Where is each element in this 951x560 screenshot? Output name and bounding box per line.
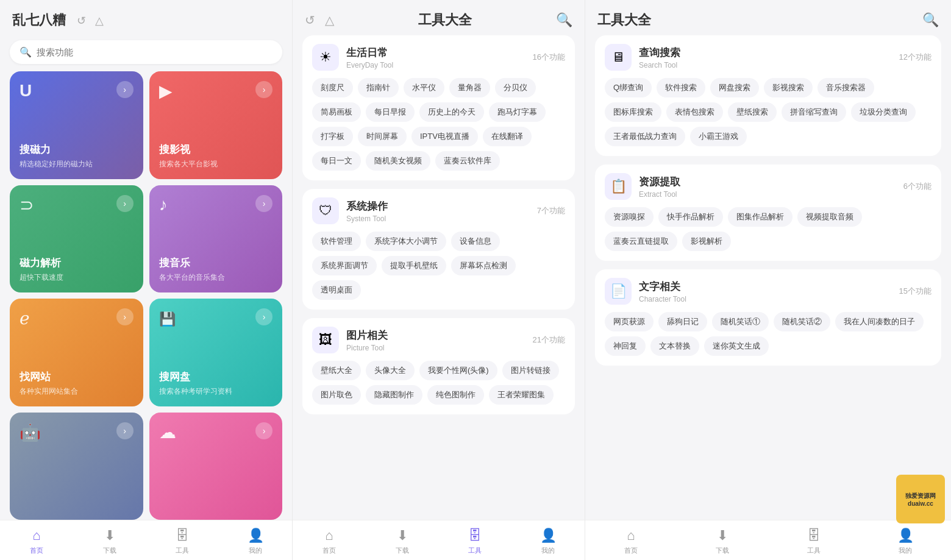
mid-search-btn[interactable]: 🔍 <box>556 12 572 28</box>
mid-panel: ↺ △ 工具大全 🔍 ☀ 生活日常 EveryDay Tool 16个功能 刻度… <box>293 0 585 560</box>
card-cloud[interactable]: ☁ › <box>149 413 283 520</box>
nav-item-我的[interactable]: 👤 我的 <box>219 525 292 558</box>
tool-tags-search: Q绑查询软件搜索网盘搜索影视搜索音乐搜索器图标库搜索表情包搜索壁纸搜索拼音缩写查… <box>605 78 931 146</box>
mid-refresh-icon[interactable]: ↺ <box>305 13 315 27</box>
tag-蓝奏云直链提取[interactable]: 蓝奏云直链提取 <box>605 232 677 251</box>
nav-item-首页[interactable]: ⌂ 首页 <box>585 525 677 558</box>
tag-王者荣耀图集[interactable]: 王者荣耀图集 <box>489 385 554 405</box>
tag-纯色图制作[interactable]: 纯色图制作 <box>427 385 484 405</box>
tag-垃圾分类查询[interactable]: 垃圾分类查询 <box>851 102 916 122</box>
tag-Q绑查询[interactable]: Q绑查询 <box>605 78 652 97</box>
tag-打字板[interactable]: 打字板 <box>312 127 353 146</box>
tag-软件搜索[interactable]: 软件搜索 <box>657 78 705 97</box>
tag-网盘搜索[interactable]: 网盘搜索 <box>710 78 759 97</box>
tag-壁纸搜索[interactable]: 壁纸搜索 <box>728 102 777 122</box>
tag-提取手机壁纸[interactable]: 提取手机壁纸 <box>382 256 446 275</box>
tag-软件管理[interactable]: 软件管理 <box>312 232 361 251</box>
card-netdisk[interactable]: 💾 › 搜网盘 搜索各种考研学习资料 <box>149 299 283 406</box>
section-title-extract: 资源提取 <box>639 175 680 189</box>
nav-label-工具: 工具 <box>468 546 482 555</box>
section-title-picture: 图片相关 <box>346 328 388 342</box>
tag-简易画板[interactable]: 简易画板 <box>312 102 361 122</box>
tag-壁纸大全[interactable]: 壁纸大全 <box>312 361 361 380</box>
card-soci[interactable]: U › 搜磁力 精选稳定好用的磁力站 <box>10 71 143 179</box>
nav-item-我的[interactable]: 👤 我的 <box>860 525 951 558</box>
tag-跑马灯字幕[interactable]: 跑马灯字幕 <box>489 102 546 122</box>
card-smusic[interactable]: ♪ › 搜音乐 各大平台的音乐集合 <box>149 185 283 293</box>
card-subtitle-svideo: 搜索各大平台影视 <box>159 159 273 169</box>
tag-快手作品解析[interactable]: 快手作品解析 <box>658 207 723 227</box>
tag-我要个性网(头像)[interactable]: 我要个性网(头像) <box>419 361 497 380</box>
tag-每日早报[interactable]: 每日早报 <box>366 102 415 122</box>
tag-小霸王游戏[interactable]: 小霸王游戏 <box>690 127 747 146</box>
section-subtitle-system: System Tool <box>346 214 388 223</box>
mid-alert-icon[interactable]: △ <box>325 13 334 27</box>
nav-item-下载[interactable]: ⬇ 下载 <box>366 525 439 558</box>
tag-音乐搜索器[interactable]: 音乐搜索器 <box>817 78 874 97</box>
tag-水平仪[interactable]: 水平仪 <box>404 78 444 97</box>
tag-屏幕坏点检测[interactable]: 屏幕坏点检测 <box>451 256 516 275</box>
tag-舔狗日记[interactable]: 舔狗日记 <box>658 312 707 331</box>
tool-tags-system: 软件管理系统字体大小调节设备信息系统界面调节提取手机壁纸屏幕坏点检测透明桌面 <box>312 232 565 300</box>
card-android[interactable]: 🤖 › <box>10 413 143 520</box>
tag-影视解析[interactable]: 影视解析 <box>682 232 731 251</box>
card-web[interactable]: ℯ › 找网站 各种实用网站集合 <box>10 299 143 406</box>
nav-item-工具[interactable]: 🗄 工具 <box>146 525 219 558</box>
nav-item-首页[interactable]: ⌂ 首页 <box>0 525 73 558</box>
card-title-smusic: 搜音乐 <box>159 256 273 270</box>
mid-bottom-nav: ⌂ 首页 ⬇ 下载 🗄 工具 👤 我的 <box>293 520 585 560</box>
card-icon-soci: U <box>20 81 32 101</box>
tag-每日一文[interactable]: 每日一文 <box>312 151 361 171</box>
tag-时间屏幕[interactable]: 时间屏幕 <box>358 127 407 146</box>
tag-拼音缩写查询[interactable]: 拼音缩写查询 <box>782 102 846 122</box>
section-icon-picture: 🖼 <box>312 327 339 353</box>
tag-在线翻译[interactable]: 在线翻译 <box>483 127 532 146</box>
tag-指南针[interactable]: 指南针 <box>358 78 399 97</box>
tag-随机笑话①[interactable]: 随机笑话① <box>712 312 769 331</box>
tag-我在人间凑数的日子[interactable]: 我在人间凑数的日子 <box>835 312 924 331</box>
tag-王者最低战力查询[interactable]: 王者最低战力查询 <box>605 127 685 146</box>
nav-item-工具[interactable]: 🗄 工具 <box>439 525 512 558</box>
tag-隐藏图制作[interactable]: 隐藏图制作 <box>366 385 422 405</box>
tag-图片转链接[interactable]: 图片转链接 <box>502 361 559 380</box>
tag-随机笑话②[interactable]: 随机笑话② <box>774 312 830 331</box>
tag-资源嗅探[interactable]: 资源嗅探 <box>605 207 654 227</box>
tag-历史上的今天[interactable]: 历史上的今天 <box>419 102 484 122</box>
card-svideo[interactable]: ▶ › 搜影视 搜索各大平台影视 <box>149 71 283 179</box>
tag-文本替换[interactable]: 文本替换 <box>650 336 699 356</box>
tag-图集作品解析[interactable]: 图集作品解析 <box>728 207 793 227</box>
search-input[interactable] <box>37 47 272 57</box>
tag-分贝仪[interactable]: 分贝仪 <box>495 78 536 97</box>
tool-tags-character: 网页获源舔狗日记随机笑话①随机笑话②我在人间凑数的日子神回复文本替换迷你英文生成 <box>605 312 931 356</box>
tag-视频提取音频[interactable]: 视频提取音频 <box>797 207 862 227</box>
left-search-bar[interactable]: 🔍 <box>10 40 282 64</box>
tag-设备信息[interactable]: 设备信息 <box>451 232 500 251</box>
tag-系统字体大小调节[interactable]: 系统字体大小调节 <box>366 232 446 251</box>
card-icon-smusic: ♪ <box>159 195 168 214</box>
tag-图片取色[interactable]: 图片取色 <box>312 385 361 405</box>
tag-量角器[interactable]: 量角器 <box>449 78 490 97</box>
tag-刻度尺[interactable]: 刻度尺 <box>312 78 353 97</box>
section-system: 🛡 系统操作 System Tool 7个功能 软件管理系统字体大小调节设备信息… <box>302 189 575 310</box>
right-search-btn[interactable]: 🔍 <box>922 12 939 28</box>
tag-图标库搜索[interactable]: 图标库搜索 <box>605 102 661 122</box>
tag-网页获源[interactable]: 网页获源 <box>605 312 654 331</box>
nav-item-工具[interactable]: 🗄 工具 <box>768 525 860 558</box>
tag-系统界面调节[interactable]: 系统界面调节 <box>312 256 377 275</box>
nav-item-下载[interactable]: ⬇ 下载 <box>73 525 146 558</box>
tag-迷你英文生成[interactable]: 迷你英文生成 <box>704 336 769 356</box>
tag-神回复[interactable]: 神回复 <box>605 336 646 356</box>
nav-item-下载[interactable]: ⬇ 下载 <box>677 525 768 558</box>
nav-icon-我的: 👤 <box>248 528 264 544</box>
tag-随机美女视频[interactable]: 随机美女视频 <box>366 151 430 171</box>
nav-item-首页[interactable]: ⌂ 首页 <box>293 525 366 558</box>
tag-表情包搜索[interactable]: 表情包搜索 <box>666 102 723 122</box>
card-magnet[interactable]: ⊃ › 磁力解析 超快下载速度 <box>10 185 143 293</box>
tag-影视搜索[interactable]: 影视搜索 <box>764 78 813 97</box>
nav-item-我的[interactable]: 👤 我的 <box>511 525 585 558</box>
tag-头像大全[interactable]: 头像大全 <box>366 361 415 380</box>
tag-IPTV电视直播[interactable]: IPTV电视直播 <box>411 127 478 146</box>
tag-蓝奏云软件库[interactable]: 蓝奏云软件库 <box>435 151 500 171</box>
tag-透明桌面[interactable]: 透明桌面 <box>312 280 361 300</box>
section-icon-extract: 📋 <box>605 173 632 200</box>
